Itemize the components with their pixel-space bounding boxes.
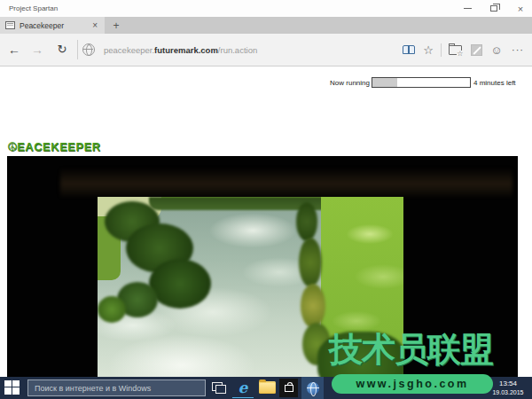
url-text[interactable]: peacekeeper.futuremark.com/run.action [104,45,257,55]
trees-right [299,238,322,287]
task-view-icon[interactable] [212,382,228,395]
shopping-bag-glyph [285,385,293,392]
tab-label: Peacekeeper [20,21,90,30]
clock-time: 13:54 [499,379,517,388]
url-subdomain: peacekeeper. [104,45,154,55]
feedback-smiley-icon[interactable]: ☺ [489,42,505,58]
refresh-icon[interactable]: ↻ [53,43,71,56]
close-button[interactable]: × [511,0,530,17]
title-bar: Project Spartan × [0,0,532,17]
watermark-url: www.jsgho.com [356,378,468,390]
trees-right [296,202,317,241]
more-menu-icon[interactable]: ··· [510,42,526,58]
watermark-url-pill: www.jsgho.com [332,374,493,394]
logo-text: EACEKEEPER [17,140,101,153]
tab-bar: Peacekeeper × + [0,17,532,34]
forward-icon: → [28,43,46,57]
start-button[interactable] [4,380,20,395]
open-book-glyph [403,45,415,54]
web-note-icon [468,42,484,58]
address-bar: ← → ↻ peacekeeper.futuremark.com/run.act… [0,34,532,66]
clock-date: 19.03.2015 [492,388,523,396]
internet-explorer-icon[interactable]: e [233,378,253,397]
windows-logo-icon [12,380,20,387]
window-rect [215,385,226,394]
tab-peacekeeper[interactable]: Peacekeeper × [0,17,105,34]
trees-left [149,259,211,309]
progress-bar [372,77,471,88]
progress-fill [372,78,397,87]
window-title: Project Spartan [9,4,58,12]
windows-logo-icon [4,380,12,387]
peacekeeper-logo: ☮EACEKEEPER [7,140,101,153]
divider [441,43,442,57]
windows-logo-icon [12,387,20,395]
tab-close-icon[interactable]: × [90,20,99,30]
time-remaining: 4 minutes left [473,79,516,87]
url-path: /run.action [218,45,257,55]
willows-right [301,284,325,328]
back-icon[interactable]: ← [5,43,23,57]
hub-star-glyph: ☆ [457,51,463,57]
ie-running-indicator [232,397,254,399]
maximize-button[interactable] [484,0,504,17]
hub-folder-glyph: ☆ [449,45,462,55]
progress-label: Now running [330,79,370,87]
divider [77,40,78,59]
reading-view-icon[interactable] [401,42,417,58]
spartan-taskbar-button[interactable] [301,377,324,399]
taskbar-search-input[interactable] [27,379,206,396]
site-globe-icon [82,43,95,56]
url-domain: futuremark.com [154,45,218,55]
add-favorite-icon[interactable]: ☆ [420,42,436,58]
store-icon[interactable] [279,379,298,397]
pen-glyph [471,44,482,56]
canvas-faint-band [60,168,512,197]
spartan-globe-icon [307,382,319,395]
hub-icon[interactable]: ☆ [447,42,463,58]
minimize-icon [464,8,472,9]
page-icon [5,21,15,29]
windows-logo-icon [4,387,12,395]
file-explorer-icon[interactable] [259,381,276,394]
minimize-button[interactable] [458,0,477,17]
watermark-title: 技术员联盟 [329,329,497,370]
restore-icon [490,5,497,12]
bush-left [98,296,126,323]
new-tab-button[interactable]: + [105,17,128,34]
